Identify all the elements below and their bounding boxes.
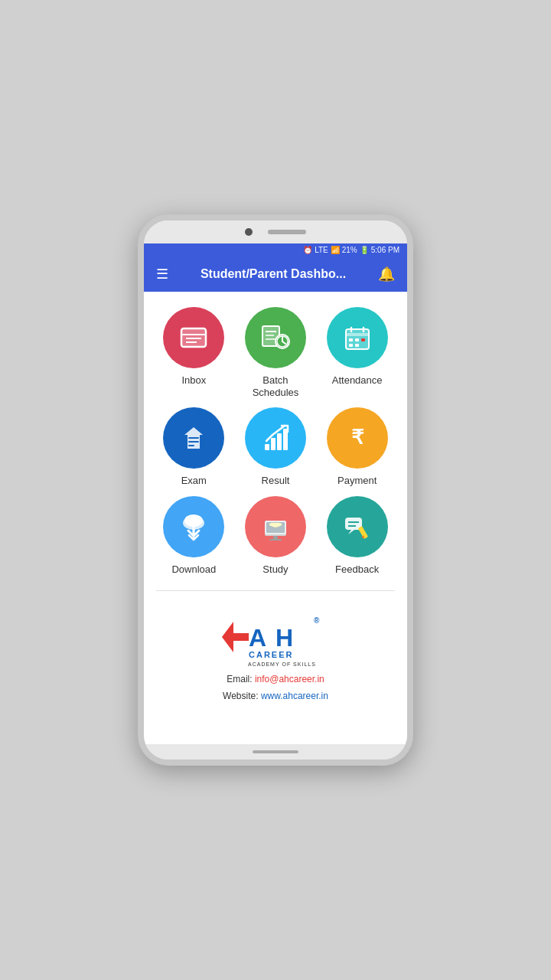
result-item[interactable]: Result <box>238 407 314 487</box>
svg-text:H: H <box>276 624 293 652</box>
batch-schedules-label: BatchSchedules <box>253 374 299 398</box>
network-label: LTE <box>315 246 328 254</box>
status-icons: ⏰ LTE 📶 21% 🔋 5:06 PM <box>303 246 399 254</box>
inbox-label: Inbox <box>181 374 206 387</box>
svg-rect-20 <box>355 338 359 341</box>
phone-top <box>144 220 407 243</box>
attendance-item[interactable]: Attendance <box>319 307 395 398</box>
payment-icon: ₹ <box>341 421 374 455</box>
footer-website: Website: www.ahcareer.in <box>223 691 328 701</box>
ah-career-logo: A H ® CAREER ACADEMY OF SKILLS <box>214 606 337 668</box>
inbox-icon <box>177 321 210 354</box>
notification-bell-icon[interactable]: 🔔 <box>378 266 395 283</box>
exam-label: Exam <box>181 475 207 487</box>
app-bar: ☰ Student/Parent Dashbo... 🔔 <box>144 256 407 292</box>
svg-text:ACADEMY OF SKILLS: ACADEMY OF SKILLS <box>248 662 316 667</box>
svg-rect-22 <box>349 344 353 347</box>
svg-text:A: A <box>249 624 266 652</box>
download-icon <box>177 510 210 544</box>
batch-schedules-icon-circle <box>245 307 306 368</box>
email-link[interactable]: info@ahcareer.in <box>255 674 324 684</box>
home-bar <box>253 750 298 753</box>
signal-icon: 📶 <box>331 246 340 254</box>
svg-text:₹: ₹ <box>350 426 364 449</box>
main-content: Inbox <box>144 292 407 732</box>
exam-icon <box>177 421 210 455</box>
battery-icon: 🔋 <box>360 246 369 254</box>
result-icon <box>259 421 292 455</box>
batch-schedules-icon <box>259 321 292 354</box>
study-icon-circle <box>245 496 306 557</box>
website-label: Website: <box>223 691 261 701</box>
payment-label: Payment <box>337 475 377 487</box>
study-icon <box>259 510 292 544</box>
hamburger-icon[interactable]: ☰ <box>156 266 168 283</box>
status-bar: ⏰ LTE 📶 21% 🔋 5:06 PM <box>144 243 407 256</box>
feedback-icon-circle <box>327 496 388 557</box>
study-item[interactable]: Study <box>238 496 314 576</box>
phone-bottom <box>144 744 407 760</box>
phone-frame: ⏰ LTE 📶 21% 🔋 5:06 PM ☰ Student/Parent D… <box>138 214 413 766</box>
attendance-label: Attendance <box>332 374 383 387</box>
attendance-icon-circle <box>327 307 388 368</box>
battery-label: 21% <box>342 246 357 254</box>
time-label: 5:06 PM <box>371 246 399 254</box>
feedback-label: Feedback <box>335 564 379 576</box>
email-label: Email: <box>227 674 255 684</box>
download-icon-circle <box>163 496 224 557</box>
download-label: Download <box>171 564 216 576</box>
logo-container: A H ® CAREER ACADEMY OF SKILLS <box>214 606 337 668</box>
footer-email: Email: info@ahcareer.in <box>227 674 324 684</box>
page-title: Student/Parent Dashbo... <box>178 267 369 281</box>
batch-schedules-item[interactable]: BatchSchedules <box>238 307 314 398</box>
feedback-icon <box>341 510 374 544</box>
feedback-item[interactable]: Feedback <box>319 496 395 576</box>
svg-rect-37 <box>273 536 278 539</box>
result-label: Result <box>262 475 290 487</box>
svg-rect-25 <box>271 438 276 450</box>
svg-rect-19 <box>349 338 353 341</box>
footer: A H ® CAREER ACADEMY OF SKILLS Email: in… <box>156 606 395 717</box>
section-divider <box>156 590 395 591</box>
svg-rect-16 <box>346 333 369 336</box>
exam-icon-circle <box>163 407 224 469</box>
payment-icon-circle: ₹ <box>327 407 388 469</box>
svg-text:®: ® <box>314 616 320 625</box>
dashboard-grid: Inbox <box>156 307 395 575</box>
study-label: Study <box>262 564 288 576</box>
svg-text:CAREER: CAREER <box>249 650 293 659</box>
attendance-icon <box>341 321 374 354</box>
svg-rect-23 <box>355 344 359 347</box>
speaker <box>268 230 306 234</box>
phone-screen: ⏰ LTE 📶 21% 🔋 5:06 PM ☰ Student/Parent D… <box>144 243 407 744</box>
inbox-icon-circle <box>163 307 224 368</box>
exam-item[interactable]: Exam <box>156 407 232 487</box>
svg-marker-44 <box>222 622 249 652</box>
alarm-icon: ⏰ <box>303 246 312 254</box>
svg-rect-38 <box>269 539 282 541</box>
download-item[interactable]: Download <box>156 496 232 576</box>
svg-rect-26 <box>277 433 282 450</box>
inbox-item[interactable]: Inbox <box>156 307 232 398</box>
result-icon-circle <box>245 407 306 469</box>
camera <box>245 228 253 236</box>
payment-item[interactable]: ₹ Payment <box>319 407 395 487</box>
svg-rect-24 <box>265 444 269 450</box>
svg-rect-21 <box>361 338 365 341</box>
website-link[interactable]: www.ahcareer.in <box>261 691 328 701</box>
